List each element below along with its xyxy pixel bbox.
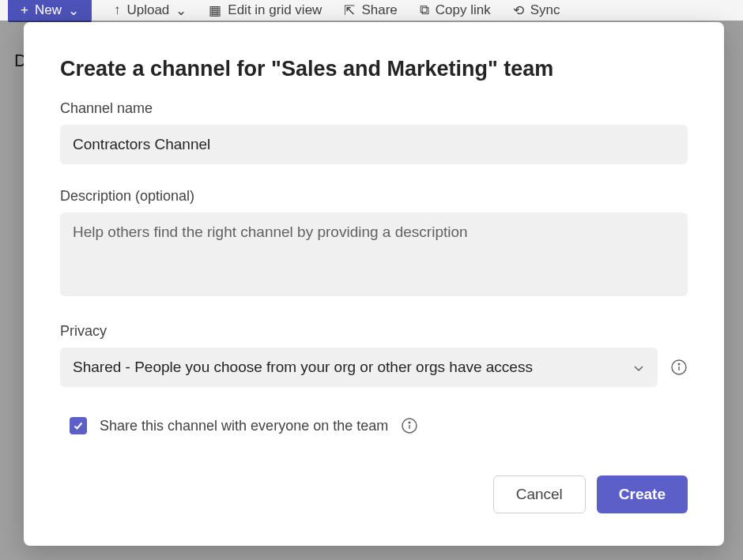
sync-button[interactable]: ⟲ Sync <box>513 2 560 19</box>
edit-label: Edit in grid view <box>228 2 322 18</box>
privacy-field-group: Privacy Shared - People you choose from … <box>60 323 688 387</box>
cancel-button[interactable]: Cancel <box>493 475 586 513</box>
share-checkbox-row: Share this channel with everyone on the … <box>70 417 688 434</box>
share-label: Share <box>361 2 397 18</box>
svg-point-5 <box>409 422 410 423</box>
sync-icon: ⟲ <box>513 2 524 19</box>
link-icon: ⧉ <box>420 2 429 18</box>
background-toolbar: + New ⌄ ↑ Upload ⌄ ▦ Edit in grid view ⇱… <box>0 0 743 21</box>
grid-icon: ▦ <box>209 2 221 19</box>
copylink-label: Copy link <box>436 2 491 18</box>
create-channel-dialog: Create a channel for "Sales and Marketin… <box>24 22 724 546</box>
new-label: New <box>35 2 62 18</box>
privacy-label: Privacy <box>60 323 688 340</box>
chevron-down-icon: ⌄ <box>68 2 79 19</box>
description-input[interactable] <box>60 212 688 296</box>
plus-icon: + <box>21 2 28 18</box>
chevron-down-icon <box>632 361 645 374</box>
sync-label: Sync <box>530 2 560 18</box>
share-checkbox[interactable] <box>70 417 87 434</box>
share-icon: ⇱ <box>344 2 355 19</box>
dialog-title: Create a channel for "Sales and Marketin… <box>60 57 688 81</box>
info-icon[interactable] <box>401 417 418 434</box>
description-field-group: Description (optional) <box>60 188 688 299</box>
description-label: Description (optional) <box>60 188 688 205</box>
share-checkbox-label: Share this channel with everyone on the … <box>100 418 388 434</box>
channel-name-input[interactable] <box>60 125 688 164</box>
upload-label: Upload <box>126 2 169 18</box>
new-button[interactable]: + New ⌄ <box>8 0 92 22</box>
upload-button[interactable]: ↑ Upload ⌄ <box>114 2 187 19</box>
chevron-down-icon: ⌄ <box>175 2 187 19</box>
channel-name-label: Channel name <box>60 100 688 117</box>
dialog-button-row: Cancel Create <box>60 475 688 513</box>
privacy-value: Shared - People you choose from your org… <box>73 359 533 376</box>
share-button[interactable]: ⇱ Share <box>344 2 397 19</box>
privacy-select[interactable]: Shared - People you choose from your org… <box>60 348 658 387</box>
create-button[interactable]: Create <box>597 475 688 513</box>
svg-point-2 <box>678 363 680 365</box>
edit-grid-button[interactable]: ▦ Edit in grid view <box>209 2 322 19</box>
info-icon[interactable] <box>670 359 688 376</box>
copy-link-button[interactable]: ⧉ Copy link <box>420 2 491 18</box>
channel-name-field-group: Channel name <box>60 100 688 164</box>
upload-icon: ↑ <box>114 2 121 18</box>
